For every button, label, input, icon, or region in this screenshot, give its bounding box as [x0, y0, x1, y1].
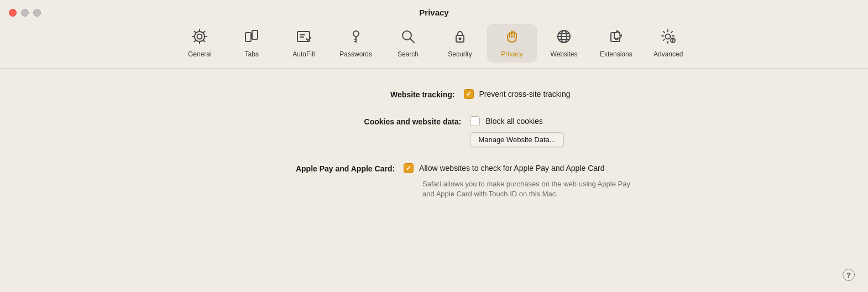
- security-icon: [452, 28, 468, 48]
- tab-advanced-label: Advanced: [653, 50, 683, 58]
- apple-pay-checkbox[interactable]: [404, 163, 414, 173]
- website-tracking-row: Website tracking: Prevent cross-site tra…: [0, 88, 868, 100]
- tab-advanced[interactable]: Advanced: [644, 24, 693, 62]
- website-tracking-checkbox[interactable]: [464, 89, 474, 99]
- cookies-checkbox[interactable]: [470, 116, 480, 126]
- svg-point-20: [665, 34, 670, 39]
- privacy-icon: [504, 28, 520, 48]
- apple-pay-text: Allow websites to check for Apple Pay an…: [419, 163, 604, 174]
- general-icon: [191, 28, 208, 48]
- tab-security-label: Security: [448, 50, 472, 58]
- cookies-label: Cookies and website data:: [304, 116, 470, 127]
- title-bar: Privacy: [0, 0, 868, 17]
- svg-rect-2: [245, 33, 251, 41]
- tab-general-label: General: [188, 50, 212, 58]
- extensions-icon: [608, 28, 624, 48]
- tab-autofill-label: AutoFill: [292, 50, 315, 58]
- tab-privacy-label: Privacy: [501, 50, 522, 58]
- website-tracking-label: Website tracking:: [298, 88, 464, 100]
- minimize-button[interactable]: [21, 9, 29, 17]
- cookies-inline: Block all cookies: [470, 116, 563, 127]
- tab-websites-label: Websites: [550, 50, 577, 58]
- content-area: Website tracking: Prevent cross-site tra…: [0, 69, 868, 216]
- tab-general[interactable]: General: [175, 24, 224, 62]
- tab-tabs-label: Tabs: [245, 50, 259, 58]
- tab-autofill[interactable]: AutoFill: [279, 24, 328, 62]
- apple-pay-content: Allow websites to check for Apple Pay an…: [404, 163, 630, 199]
- toolbar: General Tabs AutoFill: [0, 17, 868, 62]
- tab-search-label: Search: [398, 50, 419, 58]
- help-button[interactable]: ?: [843, 269, 855, 281]
- tab-websites[interactable]: Websites: [539, 24, 589, 62]
- manage-website-data-button[interactable]: Manage Website Data...: [470, 132, 563, 147]
- websites-icon: [556, 28, 572, 48]
- maximize-button[interactable]: [33, 9, 41, 17]
- svg-point-14: [459, 38, 461, 40]
- cookies-content: Block all cookies Manage Website Data...: [470, 116, 563, 147]
- passwords-icon: [348, 28, 364, 48]
- tab-security[interactable]: Security: [435, 24, 485, 62]
- cookies-row: Cookies and website data: Block all cook…: [0, 116, 868, 147]
- tab-extensions-label: Extensions: [600, 50, 632, 58]
- website-tracking-inline: Prevent cross-site tracking: [464, 88, 571, 100]
- apple-pay-row: Apple Pay and Apple Card: Allow websites…: [0, 163, 868, 199]
- tab-passwords-label: Passwords: [339, 50, 372, 58]
- apple-pay-label: Apple Pay and Apple Card:: [238, 163, 404, 174]
- svg-line-12: [410, 39, 414, 43]
- tab-tabs[interactable]: Tabs: [227, 24, 276, 62]
- tab-passwords[interactable]: Passwords: [331, 24, 381, 62]
- window-title: Privacy: [419, 8, 448, 17]
- window-controls: [9, 9, 41, 17]
- apple-pay-inline: Allow websites to check for Apple Pay an…: [404, 163, 630, 174]
- cookies-text: Block all cookies: [485, 116, 543, 127]
- close-button[interactable]: [9, 9, 17, 17]
- website-tracking-text: Prevent cross-site tracking: [479, 88, 571, 100]
- svg-point-1: [195, 32, 205, 41]
- tab-privacy[interactable]: Privacy: [487, 24, 537, 62]
- svg-point-0: [197, 34, 202, 39]
- website-tracking-content: Prevent cross-site tracking: [464, 88, 571, 100]
- tab-search[interactable]: Search: [383, 24, 433, 62]
- svg-point-23: [672, 39, 673, 40]
- svg-rect-3: [252, 30, 258, 39]
- advanced-icon: [660, 28, 677, 48]
- tab-extensions[interactable]: Extensions: [591, 24, 641, 62]
- autofill-icon: [295, 28, 312, 48]
- search-icon: [400, 28, 416, 48]
- apple-pay-subtext: Safari allows you to make purchases on t…: [404, 179, 630, 199]
- tabs-icon: [243, 28, 260, 48]
- svg-point-7: [353, 31, 359, 36]
